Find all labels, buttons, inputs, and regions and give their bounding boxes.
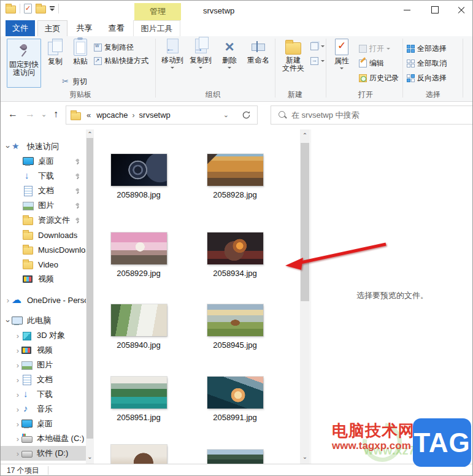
chevron-collapsed-icon[interactable]: › <box>14 361 21 370</box>
file-item[interactable]: 2058908.jpg <box>93 154 185 199</box>
rename-button[interactable]: 重命名 <box>244 39 273 65</box>
sidebar-item-musicdownload[interactable]: MusicDownloa <box>1 242 86 257</box>
paste-button[interactable]: 粘贴 <box>68 39 93 66</box>
open-button[interactable]: 打开 <box>359 44 390 54</box>
properties-icon[interactable] <box>24 4 32 13</box>
image-thumbnail[interactable] <box>111 377 167 409</box>
select-all-button[interactable]: 全部选择 <box>407 44 447 54</box>
scroll-up-icon[interactable]: ⌃ <box>300 132 310 139</box>
file-item[interactable]: 2058940.jpg <box>93 304 185 350</box>
crumb-root[interactable]: « <box>87 110 91 120</box>
copy-path-button[interactable]: 复制路径 <box>94 42 134 53</box>
image-thumbnail[interactable] <box>207 304 263 336</box>
image-thumbnail[interactable] <box>207 232 263 264</box>
file-item[interactable]: 2058951.jpg <box>93 377 185 422</box>
move-to-button[interactable]: ← 移动到 <box>159 39 186 69</box>
sidebar-item-local-disk-c[interactable]: › 本地磁盘 (C:) <box>1 431 86 446</box>
sidebar-item-quick-access[interactable]: › 快速访问 <box>1 139 86 154</box>
image-thumbnail[interactable] <box>111 445 167 464</box>
file-item[interactable]: 2058991.jpg <box>189 377 281 422</box>
chevron-collapsed-icon[interactable]: › <box>14 434 21 443</box>
file-item[interactable]: 2058945.jpg <box>189 304 281 350</box>
image-thumbnail[interactable] <box>111 232 167 264</box>
file-item[interactable] <box>189 450 281 464</box>
sidebar-item-desktop[interactable]: 桌面 <box>1 154 86 169</box>
sidebar-item-video-en[interactable]: Video <box>1 257 86 272</box>
history-button[interactable]: 历史记录 <box>359 73 399 83</box>
context-tab-manage[interactable]: 管理 <box>134 3 181 20</box>
sidebar-item-disk-d[interactable]: › 软件 (D:) <box>1 446 86 461</box>
copy-button[interactable]: 复制 <box>44 39 67 66</box>
breadcrumb-srvsetwp[interactable]: srvsetwp <box>139 110 171 120</box>
sidebar-item-resource-files[interactable]: 资源文件 <box>1 213 86 228</box>
new-item-button[interactable] <box>310 42 325 50</box>
chevron-collapsed-icon[interactable]: › <box>14 375 21 385</box>
refresh-button[interactable] <box>235 106 258 125</box>
sidebar-item-pc-music[interactable]: › 音乐 <box>1 402 86 416</box>
edit-button[interactable]: 编辑 <box>359 58 384 69</box>
chevron-collapsed-icon[interactable]: › <box>14 331 21 340</box>
image-thumbnail[interactable] <box>111 154 167 186</box>
sidebar-item-pictures[interactable]: 图片 <box>1 198 86 213</box>
sidebar-item-pc-desktop[interactable]: › 桌面 <box>1 416 86 431</box>
scroll-down-icon[interactable]: ⌄ <box>300 453 310 460</box>
invert-selection-button[interactable]: 反向选择 <box>407 73 447 83</box>
tab-home[interactable]: 主页 <box>37 20 67 36</box>
sidebar-item-3d-objects[interactable]: › 3D 对象 <box>1 328 86 343</box>
chevron-collapsed-icon[interactable]: › <box>14 390 21 399</box>
select-none-button[interactable]: 全部取消 <box>407 58 447 69</box>
minimize-button[interactable] <box>393 1 421 19</box>
sidebar-item-onedrive[interactable]: › OneDrive - Perso <box>1 293 86 307</box>
chevron-collapsed-icon[interactable]: › <box>4 296 12 305</box>
properties-button[interactable]: 属性 <box>329 39 354 69</box>
chevron-collapsed-icon[interactable]: › <box>14 420 21 429</box>
file-item[interactable]: 2058928.jpg <box>189 154 281 199</box>
sidebar-item-pc-documents[interactable]: › 文档 <box>1 372 86 387</box>
tab-view[interactable]: 查看 <box>101 20 131 36</box>
image-thumbnail[interactable] <box>111 304 167 336</box>
copy-to-button[interactable]: → 复制到 <box>187 39 214 69</box>
paste-shortcut-button[interactable]: 粘贴快捷方式 <box>94 56 148 66</box>
maximize-button[interactable] <box>421 1 449 19</box>
file-item[interactable] <box>93 445 185 464</box>
sidebar-item-downloads-en[interactable]: Downloads <box>1 228 86 242</box>
image-thumbnail[interactable] <box>207 450 263 464</box>
new-folder-button[interactable]: 新建 文件夹 <box>278 39 309 73</box>
image-thumbnail[interactable] <box>207 377 263 409</box>
close-button[interactable] <box>449 1 473 19</box>
cut-button[interactable]: 剪切 <box>62 77 87 87</box>
delete-button[interactable]: × 删除 <box>217 39 242 69</box>
new-folder-icon[interactable] <box>36 6 46 13</box>
folder-icon[interactable] <box>6 6 16 13</box>
copy-icon <box>48 39 63 56</box>
file-list-scrollbar[interactable]: ⌃ ⌄ <box>300 129 310 464</box>
tab-file[interactable]: 文件 <box>6 20 35 36</box>
address-bar[interactable]: « wpcache › srvsetwp ⌄ <box>66 106 236 125</box>
recent-locations-chevron-icon[interactable]: ⌄ <box>41 110 47 118</box>
sidebar-item-pc-videos[interactable]: › 视频 <box>1 343 86 358</box>
sidebar-item-videos-zh[interactable]: 视频 <box>1 272 86 286</box>
back-icon[interactable]: ← <box>8 109 18 120</box>
scrollbar-thumb[interactable] <box>301 143 309 301</box>
sidebar-item-downloads-zh[interactable]: 下载 <box>1 169 86 183</box>
tab-share[interactable]: 共享 <box>69 20 99 36</box>
breadcrumb-wpcache[interactable]: wpcache <box>96 110 128 120</box>
sidebar-item-pc-pictures[interactable]: › 图片 <box>1 358 86 372</box>
chevron-collapsed-icon[interactable]: › <box>14 405 21 414</box>
address-dropdown-chevron-icon[interactable]: ⌄ <box>223 111 229 119</box>
chevron-collapsed-icon[interactable]: › <box>14 449 21 458</box>
qat-customize-button[interactable] <box>50 6 55 11</box>
up-icon[interactable]: ↑ <box>53 109 58 120</box>
sidebar-item-this-pc[interactable]: › 此电脑 <box>1 313 86 328</box>
sidebar-item-documents[interactable]: 文档 <box>1 183 86 198</box>
image-thumbnail[interactable] <box>207 154 263 186</box>
sidebar-item-pc-downloads[interactable]: › 下载 <box>1 387 86 402</box>
easy-access-button[interactable] <box>310 57 325 65</box>
forward-icon[interactable]: → <box>25 109 35 120</box>
tab-picture-tools[interactable]: 图片工具 <box>133 20 180 36</box>
search-input[interactable]: 在 srvsetwp 中搜索 <box>271 106 473 125</box>
file-item[interactable]: 2058934.jpg <box>189 232 281 278</box>
pin-to-quick-access-button[interactable]: 固定到快 速访问 <box>7 39 41 88</box>
chevron-collapsed-icon[interactable]: › <box>14 346 21 355</box>
file-item[interactable]: 2058929.jpg <box>93 232 185 278</box>
